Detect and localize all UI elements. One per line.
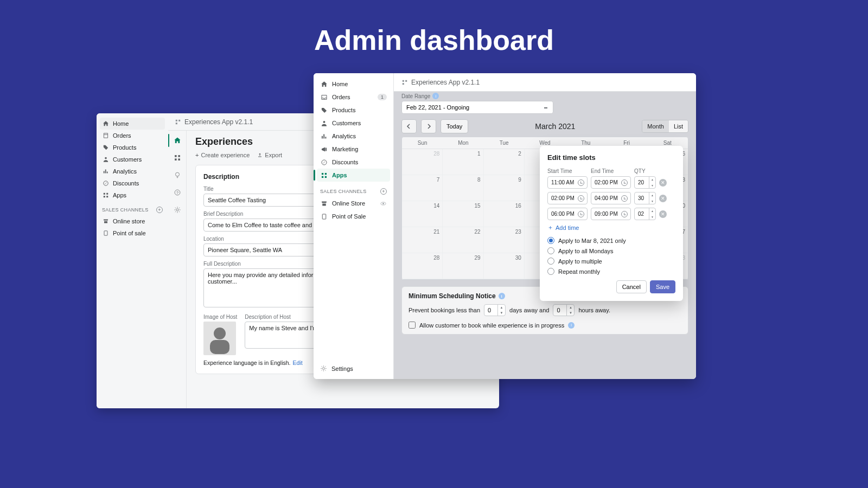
tab-settings-icon[interactable] xyxy=(172,204,183,215)
tab-help-icon[interactable]: ? xyxy=(172,187,183,198)
svg-point-14 xyxy=(175,172,179,176)
tab-idea-icon[interactable] xyxy=(172,170,183,181)
calendar-cell[interactable]: 29 xyxy=(443,253,483,279)
add-channel-icon[interactable]: + xyxy=(380,188,387,195)
channel-pos[interactable]: Point of sale xyxy=(100,227,165,239)
calendar-cell[interactable]: 22 xyxy=(443,227,483,253)
remove-row-icon[interactable]: ✕ xyxy=(659,179,667,187)
apply-option[interactable]: Apply to Mar 8, 2021 only xyxy=(547,237,675,244)
nav-analytics[interactable]: Analytics xyxy=(100,165,165,177)
start-time-input[interactable]: 11:00 AM xyxy=(547,176,588,189)
remove-row-icon[interactable]: ✕ xyxy=(659,195,667,202)
calendar-cell[interactable]: 30 xyxy=(484,253,525,279)
qty-input[interactable]: 20▲▼ xyxy=(634,176,656,189)
tab-grid-icon[interactable] xyxy=(172,152,183,163)
remove-row-icon[interactable]: ✕ xyxy=(659,210,667,218)
calendar-cell[interactable]: 15 xyxy=(443,201,483,227)
day-number: 23 xyxy=(515,229,521,235)
nav-orders[interactable]: Orders xyxy=(100,130,165,142)
nav-customers[interactable]: Customers xyxy=(100,153,165,165)
svg-rect-30 xyxy=(403,83,404,85)
edit-language-link[interactable]: Edit xyxy=(293,359,303,366)
calendar-cell[interactable]: 21 xyxy=(402,227,443,253)
calendar-cell[interactable]: 28 xyxy=(402,149,443,175)
calendar-cell[interactable]: 28 xyxy=(402,253,443,279)
nav-orders[interactable]: Orders1 xyxy=(317,91,390,104)
nav-label: Marketing xyxy=(332,146,358,152)
stepper-icon[interactable]: ▲▼ xyxy=(649,177,655,188)
calendar-cell[interactable]: 2 xyxy=(484,149,525,175)
nav-label: Products xyxy=(113,144,136,151)
orders-icon xyxy=(102,132,110,139)
nav-analytics[interactable]: Analytics xyxy=(317,130,390,143)
qty-input[interactable]: 30▲▼ xyxy=(634,192,656,204)
end-time-input[interactable]: 02:00 PM xyxy=(591,176,631,189)
svg-rect-3 xyxy=(106,193,108,195)
calendar-cell[interactable]: 7 xyxy=(402,175,443,201)
radio-label: Repeat monthly xyxy=(558,268,600,275)
start-time-input[interactable]: 02:00 PM xyxy=(547,192,588,204)
channel-pos[interactable]: Point of Sale xyxy=(317,210,390,223)
nav-home[interactable]: Home xyxy=(317,78,390,91)
calendar-cell[interactable]: 9 xyxy=(484,175,525,201)
save-button[interactable]: Save xyxy=(650,280,675,293)
nav-customers[interactable]: Customers xyxy=(317,117,390,130)
calendar-cell[interactable]: 16 xyxy=(484,201,525,227)
chart-icon xyxy=(320,132,328,140)
svg-rect-28 xyxy=(403,80,404,81)
nav-products[interactable]: Products xyxy=(317,104,390,117)
host-image-label: Image of Host xyxy=(203,314,237,320)
stepper-icon[interactable]: ▲▼ xyxy=(497,305,505,316)
sidebar: Home Orders Products Customers Analytics… xyxy=(97,113,168,408)
svg-rect-20 xyxy=(321,172,323,174)
channel-online-store[interactable]: Online Store xyxy=(317,197,390,210)
day-number: 21 xyxy=(433,229,439,235)
host-image[interactable] xyxy=(203,322,236,355)
day-number: 16 xyxy=(515,203,521,209)
daterange-select[interactable]: Feb 22, 2021 - Ongoing xyxy=(401,101,553,114)
calendar-cell[interactable]: 1 xyxy=(443,149,483,175)
day-number: 30 xyxy=(515,255,521,261)
svg-point-17 xyxy=(176,209,178,211)
stepper-icon[interactable]: ▲▼ xyxy=(566,305,574,316)
hours-input[interactable]: 0▲▼ xyxy=(553,304,575,316)
stepper-icon[interactable]: ▲▼ xyxy=(649,208,655,220)
days-input[interactable]: 0▲▼ xyxy=(484,304,506,316)
svg-rect-7 xyxy=(176,119,177,121)
nav-apps[interactable]: Apps xyxy=(100,189,165,201)
eye-icon[interactable] xyxy=(380,200,387,207)
apply-option[interactable]: Repeat monthly xyxy=(547,268,675,275)
chart-icon xyxy=(102,168,110,175)
settings-link[interactable]: Settings xyxy=(317,362,356,375)
end-time-input[interactable]: 09:00 PM xyxy=(591,208,631,220)
nav-home[interactable]: Home xyxy=(100,118,165,130)
day-number: 8 xyxy=(477,177,481,183)
calendar-cell[interactable]: 8 xyxy=(443,175,483,201)
nav-products[interactable]: Products xyxy=(100,142,165,153)
nav-discounts[interactable]: Discounts xyxy=(317,156,390,169)
cancel-button[interactable]: Cancel xyxy=(616,280,647,293)
end-time-input[interactable]: 04:00 PM xyxy=(591,192,631,204)
channel-online-store[interactable]: Online store xyxy=(100,215,165,227)
nav-label: Apps xyxy=(332,172,347,178)
svg-rect-4 xyxy=(104,196,105,197)
apply-option[interactable]: Apply to multiple xyxy=(547,258,675,265)
calendar-cell[interactable]: 23 xyxy=(484,227,525,253)
nav-label: Analytics xyxy=(332,133,356,139)
apply-option[interactable]: Apply to all Mondays xyxy=(547,247,675,254)
start-time-input[interactable]: 06:00 PM xyxy=(547,208,588,220)
inbox-icon xyxy=(320,93,328,101)
nav-marketing[interactable]: Marketing xyxy=(317,143,390,156)
calendar-cell[interactable]: 14 xyxy=(402,201,443,227)
add-channel-icon[interactable]: + xyxy=(156,207,163,213)
svg-rect-10 xyxy=(175,155,177,157)
add-time-button[interactable]: ＋Add time xyxy=(547,223,675,232)
export-button[interactable]: Export xyxy=(257,152,282,158)
nav-apps[interactable]: Apps xyxy=(317,169,390,182)
tab-home-icon[interactable] xyxy=(172,135,183,146)
orders-badge: 1 xyxy=(378,94,387,100)
qty-input[interactable]: 02▲▼ xyxy=(634,208,656,220)
stepper-icon[interactable]: ▲▼ xyxy=(649,192,655,204)
nav-discounts[interactable]: Discounts xyxy=(100,177,165,189)
create-experience-button[interactable]: +Create experience xyxy=(195,152,250,158)
